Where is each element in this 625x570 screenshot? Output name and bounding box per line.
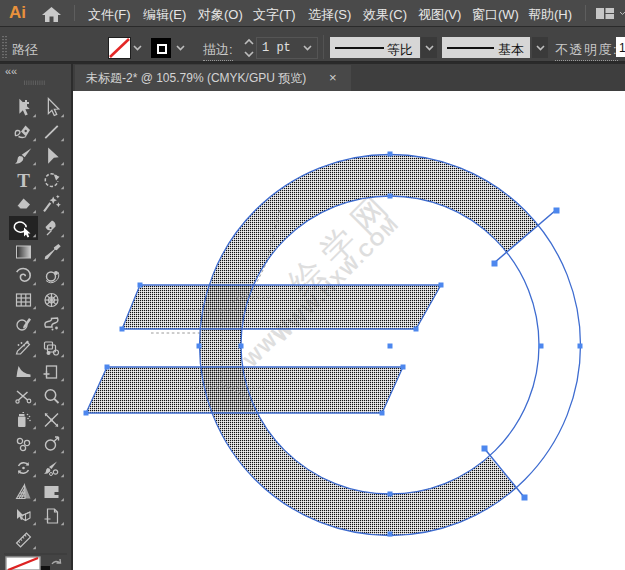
svg-text:T: T: [17, 170, 30, 191]
svg-text:««: ««: [5, 65, 17, 77]
